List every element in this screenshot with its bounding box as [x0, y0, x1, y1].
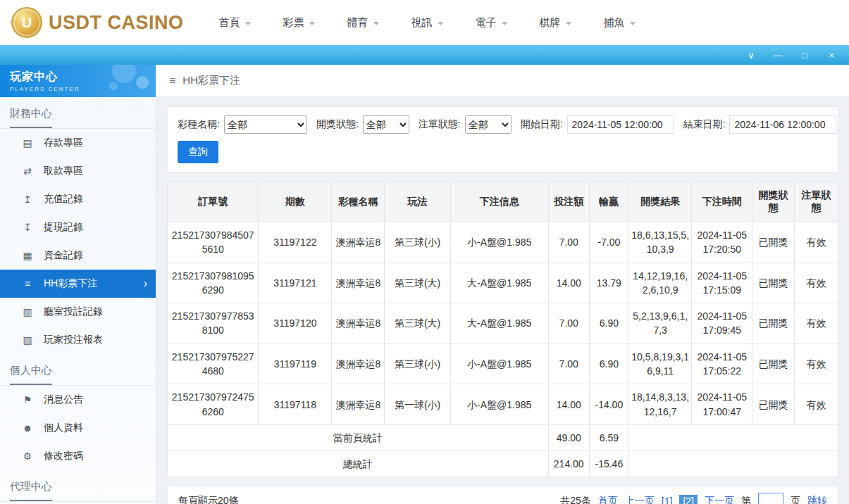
table-row: 2152173079778538100 31197120 澳洲幸运8 第三球(大…	[168, 303, 838, 344]
draw-status-filter-group: 開獎狀態: 全部	[316, 115, 409, 134]
sidebar-item-hh-lottery-bets[interactable]: ≡ HH彩票下注 ›	[0, 270, 156, 298]
col-order-id: 訂單號	[168, 182, 259, 222]
withdraw-icon: ⇄	[21, 165, 34, 177]
sidebar-item-label: 取款專區	[44, 165, 83, 177]
draw-status-select[interactable]: 全部	[363, 115, 409, 134]
sidebar-item-withdraw-zone[interactable]: ⇄ 取款專區	[0, 157, 156, 185]
nav-item-fishing[interactable]: 捕魚	[604, 16, 636, 30]
lottery-select[interactable]: 全部	[224, 115, 307, 134]
hamburger-menu-icon[interactable]: ≡	[169, 75, 175, 87]
page-jump-input[interactable]	[758, 493, 783, 504]
start-date-input[interactable]	[567, 115, 674, 134]
lottery-filter-group: 彩種名稱: 全部	[178, 115, 307, 134]
cell-bet-time: 2024-11-05 17:05:22	[692, 344, 752, 384]
cell-lottery: 澳洲幸运8	[332, 303, 385, 344]
order-status-filter-label: 注單狀態:	[419, 118, 461, 131]
sidebar-item-label: HH彩票下注	[44, 277, 97, 290]
brand-name: USDT CASINO	[49, 12, 184, 34]
close-icon[interactable]: ×	[826, 51, 836, 60]
page-size-text: 每頁顯示20條	[178, 495, 239, 504]
cell-win-loss: 6.90	[589, 303, 628, 344]
sidebar-item-label: 充值記錄	[44, 193, 83, 206]
order-status-select[interactable]: 全部	[465, 115, 512, 134]
summary-row-current-page: 當前頁統計 49.00 6.59	[168, 424, 838, 451]
cell-order-status: 有效	[795, 384, 838, 425]
cell-play: 第三球(小)	[385, 222, 450, 263]
sidebar-subtitle: PLAYERS CENTER	[10, 86, 156, 92]
col-bet-amount: 投注額	[548, 182, 589, 222]
page-title: HH彩票下注	[182, 74, 240, 87]
sidebar: 玩家中心 PLAYERS CENTER 財務中心 ▤ 存款專區 ⇄ 取款專區 ↥…	[0, 65, 156, 504]
sidebar-item-funds-records[interactable]: ▦ 資金記錄	[0, 241, 156, 270]
section-label: 代理中心	[10, 480, 52, 501]
cell-draw-result: 5,2,13,9,6,1,7,3	[628, 303, 691, 344]
end-date-group: 結束日期:	[683, 115, 837, 134]
nav-item-slots[interactable]: 電子	[476, 16, 507, 30]
nav-item-lottery[interactable]: 彩票	[283, 16, 315, 30]
cell-draw-result: 14,12,19,16,2,6,10,9	[628, 263, 691, 303]
dropdown-chevron-icon[interactable]: ∨	[746, 51, 756, 60]
sidebar-item-recharge-records[interactable]: ↥ 充值記錄	[0, 185, 156, 213]
recharge-record-icon: ↥	[21, 194, 34, 205]
cell-play: 第三球(大)	[385, 303, 450, 344]
sidebar-item-room-bet-records[interactable]: ▥ 廳室投註記錄	[0, 298, 156, 326]
summary-win-loss: -15.46	[589, 451, 628, 477]
lottery-filter-label: 彩種名稱:	[178, 118, 220, 131]
end-date-input[interactable]	[729, 115, 836, 134]
main-nav: 首頁 彩票 體育 視訊 電子 棋牌 捕魚	[219, 16, 636, 30]
chevron-down-icon	[566, 22, 571, 25]
cell-order-status: 有效	[795, 263, 838, 303]
cell-draw-status: 已開獎	[752, 344, 795, 384]
profile-icon: ☻	[21, 422, 34, 434]
nav-item-sports[interactable]: 體育	[347, 16, 379, 30]
cell-order-id: 2152173079752274680	[168, 344, 259, 384]
next-page-link[interactable]: 下一页	[705, 495, 734, 504]
page-1-link[interactable]: [1]	[662, 496, 673, 504]
nav-item-live[interactable]: 視訊	[411, 16, 443, 30]
player-report-icon: ▧	[21, 334, 34, 346]
minimize-icon[interactable]: —	[773, 51, 783, 60]
cell-win-loss: -7.00	[589, 222, 628, 263]
sidebar-item-change-password[interactable]: ⚙ 修改密碼	[0, 442, 156, 470]
window-titlebar: ∨ — □ ×	[0, 45, 849, 65]
sidebar-item-player-bet-report[interactable]: ▧ 玩家投注報表	[0, 326, 156, 354]
sidebar-item-announcements[interactable]: ⚑ 消息公告	[0, 386, 156, 414]
pagination-bar: 每頁顯示20條 共25条 首页 上一页 [1] [2] 下一页 第 页 跳转	[167, 486, 838, 504]
cell-bet-time: 2024-11-05 17:00:47	[692, 384, 752, 425]
cell-bet-amount: 7.00	[548, 303, 589, 344]
room-bet-record-icon: ▥	[21, 306, 34, 317]
chevron-down-icon	[630, 22, 636, 25]
filter-actions: 查詢	[178, 141, 828, 163]
maximize-icon[interactable]: □	[800, 51, 810, 60]
start-date-label: 開始日期:	[521, 118, 563, 131]
first-page-link[interactable]: 首页	[598, 495, 618, 504]
cell-order-id: 2152173079845075610	[168, 222, 259, 263]
brand-logo[interactable]: U USDT CASINO	[11, 7, 184, 38]
nav-label: 棋牌	[540, 16, 561, 30]
sidebar-item-profile[interactable]: ☻ 個人資料	[0, 414, 156, 442]
deposit-icon: ▤	[21, 137, 34, 149]
players-center-header: 玩家中心 PLAYERS CENTER	[0, 65, 156, 97]
summary-bet-amount: 49.00	[548, 424, 589, 451]
jump-suffix-label: 页	[791, 495, 800, 504]
nav-label: 電子	[476, 16, 497, 30]
cell-period: 31197119	[259, 344, 332, 384]
prev-page-link[interactable]: 上一页	[625, 495, 655, 504]
summary-label: 當前頁統計	[168, 424, 549, 451]
search-button[interactable]: 查詢	[178, 141, 218, 163]
sidebar-item-deposit-zone[interactable]: ▤ 存款專區	[0, 129, 156, 157]
sidebar-item-label: 修改密碼	[44, 450, 83, 462]
cell-lottery: 澳洲幸运8	[332, 384, 385, 425]
chevron-down-icon	[309, 22, 315, 25]
page-2-current[interactable]: [2]	[679, 495, 698, 504]
nav-item-home[interactable]: 首頁	[219, 16, 251, 30]
main-panel: ≡ HH彩票下注 彩種名稱: 全部 開獎狀態:	[156, 65, 849, 504]
pagination-controls: 共25条 首页 上一页 [1] [2] 下一页 第 页 跳转	[560, 493, 827, 504]
summary-row-total: 總統計 214.00 -15.46	[168, 451, 838, 477]
jump-button[interactable]: 跳转	[807, 495, 827, 504]
cell-draw-result: 18,6,13,15,5,10,3,9	[628, 222, 691, 263]
table-header-row: 訂單號 期數 彩種名稱 玩法 下注信息 投注額 輸贏 開獎結果 下注時間 開獎狀…	[168, 182, 838, 222]
sidebar-item-cashout-records[interactable]: ↧ 提現記錄	[0, 213, 156, 241]
nav-item-cards[interactable]: 棋牌	[540, 16, 571, 30]
app-window: U USDT CASINO 首頁 彩票 體育 視訊 電子 棋牌 捕魚 ∨ — □…	[0, 0, 849, 504]
